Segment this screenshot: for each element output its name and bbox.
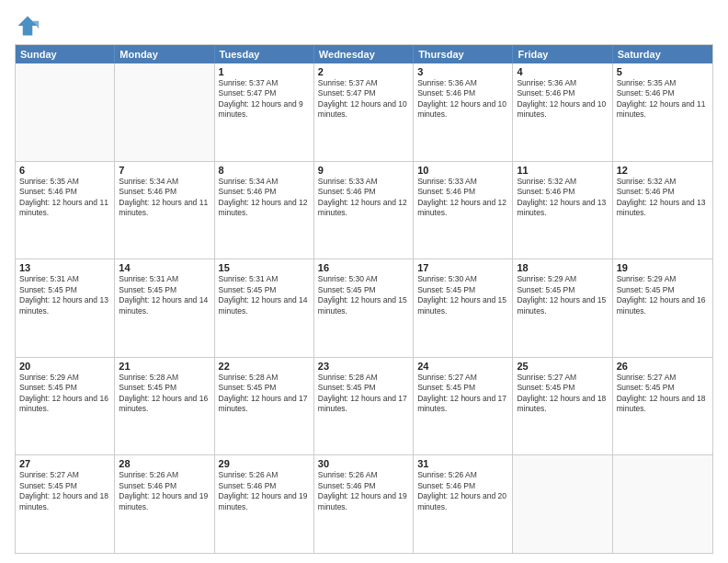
calendar-cell-0-6: 5Sunrise: 5:35 AM Sunset: 5:46 PM Daylig… (613, 63, 712, 161)
day-number: 11 (517, 165, 608, 176)
calendar-row-2: 13Sunrise: 5:31 AM Sunset: 5:45 PM Dayli… (16, 259, 712, 357)
calendar-cell-0-0 (16, 63, 115, 161)
day-number: 25 (517, 361, 608, 372)
calendar-header: SundayMondayTuesdayWednesdayThursdayFrid… (16, 45, 712, 63)
day-info: Sunrise: 5:32 AM Sunset: 5:46 PM Dayligh… (517, 177, 608, 219)
calendar-row-0: 1Sunrise: 5:37 AM Sunset: 5:47 PM Daylig… (16, 63, 712, 161)
day-info: Sunrise: 5:28 AM Sunset: 5:45 PM Dayligh… (119, 373, 210, 415)
calendar-cell-3-4: 24Sunrise: 5:27 AM Sunset: 5:45 PM Dayli… (414, 358, 513, 455)
calendar-cell-2-6: 19Sunrise: 5:29 AM Sunset: 5:45 PM Dayli… (613, 259, 712, 357)
day-number: 16 (318, 262, 409, 273)
logo (15, 13, 44, 39)
calendar-cell-2-2: 15Sunrise: 5:31 AM Sunset: 5:45 PM Dayli… (215, 259, 314, 357)
calendar-cell-2-5: 18Sunrise: 5:29 AM Sunset: 5:45 PM Dayli… (513, 259, 612, 357)
calendar-cell-1-0: 6Sunrise: 5:35 AM Sunset: 5:46 PM Daylig… (16, 162, 115, 259)
calendar-cell-0-2: 1Sunrise: 5:37 AM Sunset: 5:47 PM Daylig… (215, 63, 314, 161)
calendar-cell-1-4: 10Sunrise: 5:33 AM Sunset: 5:46 PM Dayli… (414, 162, 513, 259)
day-number: 18 (517, 262, 608, 273)
calendar-cell-4-2: 29Sunrise: 5:26 AM Sunset: 5:46 PM Dayli… (215, 455, 314, 553)
calendar-row-3: 20Sunrise: 5:29 AM Sunset: 5:45 PM Dayli… (16, 357, 712, 455)
day-number: 26 (617, 361, 709, 372)
calendar-cell-3-6: 26Sunrise: 5:27 AM Sunset: 5:45 PM Dayli… (613, 358, 712, 455)
header-day-friday: Friday (513, 45, 612, 63)
calendar-cell-3-3: 23Sunrise: 5:28 AM Sunset: 5:45 PM Dayli… (314, 358, 414, 455)
day-number: 9 (318, 165, 409, 176)
day-number: 21 (119, 361, 210, 372)
logo-icon (15, 13, 40, 39)
day-info: Sunrise: 5:27 AM Sunset: 5:45 PM Dayligh… (617, 373, 709, 415)
day-info: Sunrise: 5:27 AM Sunset: 5:45 PM Dayligh… (517, 373, 608, 415)
calendar-cell-0-4: 3Sunrise: 5:36 AM Sunset: 5:46 PM Daylig… (414, 63, 513, 161)
calendar-cell-3-5: 25Sunrise: 5:27 AM Sunset: 5:45 PM Dayli… (513, 358, 612, 455)
day-number: 31 (417, 458, 508, 469)
calendar-body: 1Sunrise: 5:37 AM Sunset: 5:47 PM Daylig… (16, 63, 712, 553)
day-info: Sunrise: 5:37 AM Sunset: 5:47 PM Dayligh… (219, 78, 310, 121)
calendar-cell-3-2: 22Sunrise: 5:28 AM Sunset: 5:45 PM Dayli… (215, 358, 314, 455)
day-info: Sunrise: 5:30 AM Sunset: 5:45 PM Dayligh… (417, 274, 508, 316)
svg-marker-0 (18, 17, 38, 36)
day-number: 8 (219, 165, 310, 176)
day-number: 12 (617, 165, 709, 176)
calendar-cell-3-1: 21Sunrise: 5:28 AM Sunset: 5:45 PM Dayli… (115, 358, 214, 455)
calendar-cell-2-3: 16Sunrise: 5:30 AM Sunset: 5:45 PM Dayli… (314, 259, 414, 357)
day-info: Sunrise: 5:26 AM Sunset: 5:46 PM Dayligh… (119, 470, 210, 512)
calendar-cell-1-2: 8Sunrise: 5:34 AM Sunset: 5:46 PM Daylig… (215, 162, 314, 259)
calendar: SundayMondayTuesdayWednesdayThursdayFrid… (15, 44, 713, 554)
calendar-cell-0-5: 4Sunrise: 5:36 AM Sunset: 5:46 PM Daylig… (513, 63, 612, 161)
calendar-cell-1-5: 11Sunrise: 5:32 AM Sunset: 5:46 PM Dayli… (513, 162, 612, 259)
day-info: Sunrise: 5:29 AM Sunset: 5:45 PM Dayligh… (517, 274, 608, 316)
day-info: Sunrise: 5:36 AM Sunset: 5:46 PM Dayligh… (417, 78, 508, 121)
day-number: 19 (617, 262, 709, 273)
day-info: Sunrise: 5:26 AM Sunset: 5:46 PM Dayligh… (318, 470, 409, 512)
day-info: Sunrise: 5:31 AM Sunset: 5:45 PM Dayligh… (119, 274, 210, 316)
day-number: 1 (219, 66, 310, 77)
day-number: 23 (318, 361, 409, 372)
header-day-monday: Monday (115, 45, 214, 63)
day-info: Sunrise: 5:31 AM Sunset: 5:45 PM Dayligh… (219, 274, 310, 316)
header-day-saturday: Saturday (613, 45, 712, 63)
day-info: Sunrise: 5:26 AM Sunset: 5:46 PM Dayligh… (417, 470, 508, 512)
day-number: 3 (417, 66, 508, 77)
day-info: Sunrise: 5:28 AM Sunset: 5:45 PM Dayligh… (219, 373, 310, 415)
header-day-tuesday: Tuesday (215, 45, 314, 63)
calendar-cell-4-3: 30Sunrise: 5:26 AM Sunset: 5:46 PM Dayli… (314, 455, 414, 553)
day-info: Sunrise: 5:31 AM Sunset: 5:45 PM Dayligh… (19, 274, 110, 316)
header-day-wednesday: Wednesday (314, 45, 414, 63)
day-number: 6 (19, 165, 110, 176)
day-info: Sunrise: 5:33 AM Sunset: 5:46 PM Dayligh… (417, 177, 508, 219)
day-info: Sunrise: 5:33 AM Sunset: 5:46 PM Dayligh… (318, 177, 409, 219)
day-info: Sunrise: 5:29 AM Sunset: 5:45 PM Dayligh… (617, 274, 709, 316)
day-info: Sunrise: 5:37 AM Sunset: 5:47 PM Dayligh… (318, 78, 409, 121)
day-info: Sunrise: 5:26 AM Sunset: 5:46 PM Dayligh… (219, 470, 310, 512)
day-number: 13 (19, 262, 110, 273)
day-number: 24 (417, 361, 508, 372)
day-number: 4 (517, 66, 608, 77)
day-info: Sunrise: 5:36 AM Sunset: 5:46 PM Dayligh… (517, 78, 608, 121)
calendar-cell-4-0: 27Sunrise: 5:27 AM Sunset: 5:45 PM Dayli… (16, 455, 115, 553)
calendar-cell-0-1 (115, 63, 214, 161)
calendar-cell-3-0: 20Sunrise: 5:29 AM Sunset: 5:45 PM Dayli… (16, 358, 115, 455)
day-number: 2 (318, 66, 409, 77)
day-info: Sunrise: 5:34 AM Sunset: 5:46 PM Dayligh… (119, 177, 210, 219)
calendar-cell-0-3: 2Sunrise: 5:37 AM Sunset: 5:47 PM Daylig… (314, 63, 414, 161)
calendar-cell-2-4: 17Sunrise: 5:30 AM Sunset: 5:45 PM Dayli… (414, 259, 513, 357)
day-info: Sunrise: 5:35 AM Sunset: 5:46 PM Dayligh… (617, 78, 709, 121)
header-day-sunday: Sunday (16, 45, 115, 63)
day-number: 22 (219, 361, 310, 372)
day-number: 20 (19, 361, 110, 372)
header (15, 9, 713, 39)
calendar-cell-4-6 (613, 455, 712, 553)
day-number: 10 (417, 165, 508, 176)
day-number: 30 (318, 458, 409, 469)
day-number: 15 (219, 262, 310, 273)
day-info: Sunrise: 5:34 AM Sunset: 5:46 PM Dayligh… (219, 177, 310, 219)
day-info: Sunrise: 5:27 AM Sunset: 5:45 PM Dayligh… (417, 373, 508, 415)
calendar-cell-2-1: 14Sunrise: 5:31 AM Sunset: 5:45 PM Dayli… (115, 259, 214, 357)
day-info: Sunrise: 5:30 AM Sunset: 5:45 PM Dayligh… (318, 274, 409, 316)
day-number: 27 (19, 458, 110, 469)
day-info: Sunrise: 5:29 AM Sunset: 5:45 PM Dayligh… (19, 373, 110, 415)
day-info: Sunrise: 5:28 AM Sunset: 5:45 PM Dayligh… (318, 373, 409, 415)
day-number: 29 (219, 458, 310, 469)
header-day-thursday: Thursday (414, 45, 513, 63)
page: SundayMondayTuesdayWednesdayThursdayFrid… (0, 0, 728, 563)
